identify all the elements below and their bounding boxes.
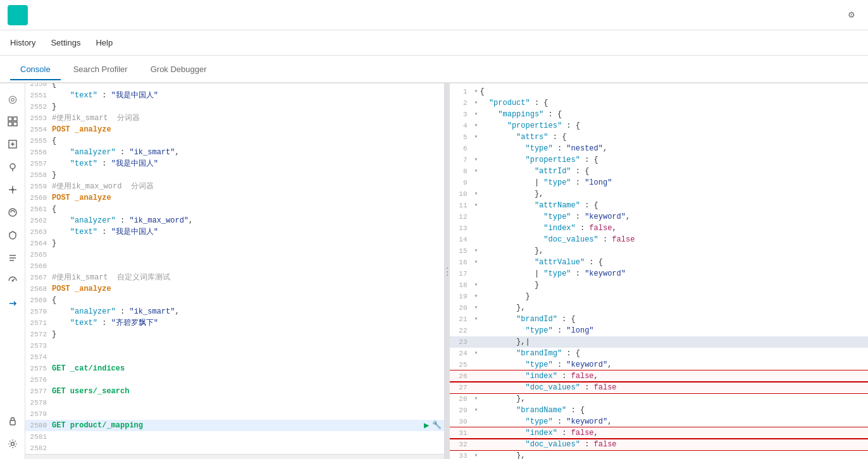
right-line-18: 18▾ } bbox=[450, 279, 869, 291]
fold-icon-3[interactable]: ▾ bbox=[473, 109, 480, 120]
tab-grok-debugger[interactable]: Grok Debugger bbox=[140, 59, 217, 80]
left-line-2577: 2577GET users/_search bbox=[25, 386, 444, 397]
sidebar-icon-apm[interactable] bbox=[3, 202, 23, 223]
fold-icon-16[interactable]: ▾ bbox=[473, 257, 480, 268]
sidebar-icon-devtools[interactable] bbox=[3, 293, 23, 314]
svg-rect-3 bbox=[13, 122, 17, 126]
fold-icon-4[interactable]: ▾ bbox=[473, 120, 480, 132]
top-bar: ⚙ bbox=[0, 0, 868, 30]
right-line-1: 1▾{ bbox=[450, 86, 869, 97]
left-line-2573: 2573 bbox=[25, 340, 444, 352]
right-line-33: 33▾ }, bbox=[450, 450, 869, 459]
fold-icon-15[interactable]: ▾ bbox=[473, 245, 480, 257]
right-line-26: 26 "index" : false, bbox=[450, 370, 869, 382]
right-line-27: 27 "doc_values" : false bbox=[450, 382, 869, 393]
fold-icon-20[interactable]: ▾ bbox=[473, 302, 480, 314]
tab-bar: Console Search Profiler Grok Debugger bbox=[0, 56, 868, 83]
fold-icon-29[interactable]: ▾ bbox=[473, 405, 480, 416]
left-line-2563: 2563 "text" : "我是中国人" bbox=[25, 226, 444, 238]
right-line-30: 30 "type" : "keyword", bbox=[450, 416, 869, 427]
sidebar-icon-canvas[interactable] bbox=[3, 134, 23, 154]
left-line-2574: 2574 bbox=[25, 352, 444, 363]
left-line-2565: 2565 bbox=[25, 249, 444, 260]
left-line-2556: 2556 "analyzer" : "ik_smart", bbox=[25, 147, 444, 158]
sidebar-icon-logs[interactable] bbox=[3, 248, 23, 268]
right-line-23: 23 },| bbox=[450, 336, 869, 348]
right-line-4: 4▾ "properties" : { bbox=[450, 120, 869, 132]
tab-console[interactable]: Console bbox=[10, 59, 61, 80]
svg-point-5 bbox=[10, 164, 15, 169]
sidebar-icon-maps[interactable] bbox=[3, 157, 23, 177]
right-line-22: 22 "type" : "long" bbox=[450, 325, 869, 336]
fold-icon-5[interactable]: ▾ bbox=[473, 132, 480, 143]
sidebar-icon-ml[interactable] bbox=[3, 180, 23, 200]
fold-icon-24[interactable]: ▾ bbox=[473, 348, 480, 359]
right-line-28: 28▾ }, bbox=[450, 393, 869, 405]
wrench-button[interactable]: 🔧 bbox=[432, 420, 442, 431]
right-line-9: 9 | "type" : "long" bbox=[450, 177, 869, 188]
right-line-16: 16▾ "attrValue" : { bbox=[450, 257, 869, 268]
sidebar-icon-siem[interactable] bbox=[3, 225, 23, 245]
fold-icon-7[interactable]: ▾ bbox=[473, 154, 480, 166]
right-line-7: 7▾ "properties" : { bbox=[450, 154, 869, 166]
left-line-2576: 2576 bbox=[25, 374, 444, 386]
sidebar-icon-discover[interactable]: ◎ bbox=[3, 89, 23, 109]
left-line-2550: 2550{ bbox=[25, 83, 444, 90]
main-content: ◎ bbox=[0, 83, 868, 459]
left-line-2580: 2580GET product/_mapping▶🔧 bbox=[25, 420, 444, 431]
right-line-12: 12 "type" : "keyword", bbox=[450, 211, 869, 223]
right-line-11: 11▾ "attrName" : { bbox=[450, 200, 869, 211]
left-line-2582: 2582 bbox=[25, 443, 444, 454]
fold-icon-8[interactable]: ▾ bbox=[473, 166, 480, 177]
left-line-2557: 2557 "text" : "我是中国人" bbox=[25, 158, 444, 169]
fold-icon-1[interactable]: ▾ bbox=[473, 86, 480, 97]
right-line-32: 32 "doc_values" : false bbox=[450, 439, 869, 450]
panel-resizer[interactable] bbox=[445, 83, 450, 459]
tab-search-profiler[interactable]: Search Profiler bbox=[63, 59, 138, 80]
settings-icon-btn[interactable]: ⚙ bbox=[843, 6, 860, 24]
fold-icon-28[interactable]: ▾ bbox=[473, 393, 480, 405]
left-line-2579: 2579 bbox=[25, 408, 444, 420]
left-line-2569: 2569{ bbox=[25, 295, 444, 306]
sidebar-icon-uptime[interactable] bbox=[3, 271, 23, 291]
app-logo bbox=[8, 5, 28, 25]
fold-icon-18[interactable]: ▾ bbox=[473, 279, 480, 291]
right-line-29: 29▾ "brandName" : { bbox=[450, 405, 869, 416]
right-line-3: 3▾ "mappings" : { bbox=[450, 109, 869, 120]
left-line-2567: 2567#使用ik_smart 自定义词库测试 bbox=[25, 272, 444, 283]
right-line-24: 24▾ "brandImg" : { bbox=[450, 348, 869, 359]
right-line-6: 6 "type" : "nested", bbox=[450, 143, 869, 154]
fold-icon-2[interactable]: ▾ bbox=[473, 97, 480, 109]
sidebar-icon-settings[interactable] bbox=[3, 434, 23, 454]
left-line-2552: 2552} bbox=[25, 101, 444, 113]
right-line-2: 2▾ "product" : { bbox=[450, 97, 869, 109]
nav-bar: History Settings Help bbox=[0, 30, 868, 56]
left-line-2553: 2553#使用ik_smart 分词器 bbox=[25, 113, 444, 124]
output-editor[interactable]: 1▾{2▾ "product" : {3▾ "mappings" : {4▾ "… bbox=[450, 83, 869, 459]
left-line-2570: 2570 "analyzer" : "ik_smart", bbox=[25, 306, 444, 317]
sidebar-icon-dashboard[interactable] bbox=[3, 111, 23, 132]
settings-icon: ⚙ bbox=[848, 10, 855, 20]
right-line-17: 17 | "type" : "keyword" bbox=[450, 268, 869, 279]
sidebar-icon-lock[interactable] bbox=[3, 411, 23, 431]
svg-point-10 bbox=[11, 443, 14, 446]
left-line-2554: 2554POST _analyze bbox=[25, 124, 444, 135]
fold-icon-11[interactable]: ▾ bbox=[473, 200, 480, 211]
nav-history[interactable]: History bbox=[10, 35, 35, 50]
console-editor[interactable]: 2545POST _analyze2544{2545 "analyzer" : … bbox=[25, 83, 444, 454]
right-line-20: 20▾ }, bbox=[450, 302, 869, 314]
nav-help[interactable]: Help bbox=[96, 35, 113, 50]
fold-icon-10[interactable]: ▾ bbox=[473, 188, 480, 200]
left-line-2551: 2551 "text" : "我是中国人" bbox=[25, 90, 444, 101]
fold-icon-33[interactable]: ▾ bbox=[473, 450, 480, 459]
left-line-2575: 2575GET _cat/indices bbox=[25, 363, 444, 374]
fold-icon-21[interactable]: ▾ bbox=[473, 314, 480, 325]
nav-settings[interactable]: Settings bbox=[51, 35, 80, 50]
fold-icon-19[interactable]: ▾ bbox=[473, 291, 480, 302]
svg-point-7 bbox=[9, 209, 16, 216]
horizontal-scrollbar[interactable] bbox=[25, 454, 444, 459]
run-button[interactable]: ▶ bbox=[424, 420, 429, 431]
svg-rect-1 bbox=[13, 117, 17, 121]
right-panel: 1▾{2▾ "product" : {3▾ "mappings" : {4▾ "… bbox=[450, 83, 869, 459]
right-line-15: 15▾ }, bbox=[450, 245, 869, 257]
